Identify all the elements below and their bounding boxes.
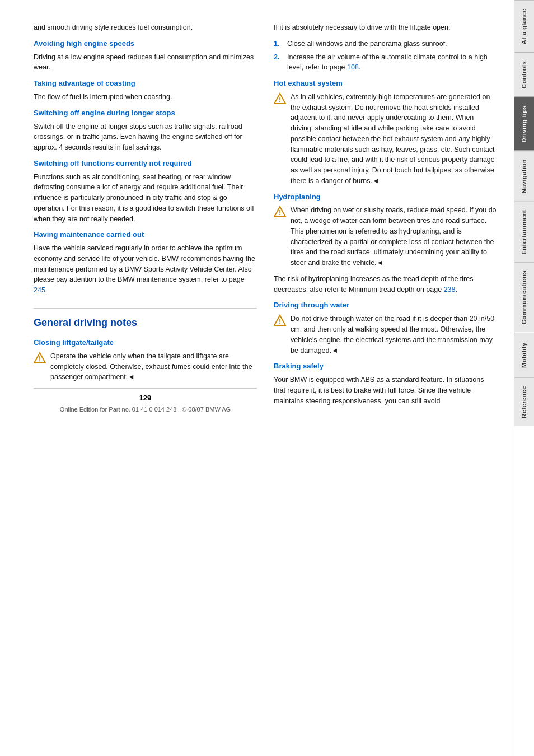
section-driving-through-water: Driving through water ! Do not drive thr…: [274, 300, 497, 356]
warning-closing-liftgate: ! Operate the vehicle only when the tail…: [34, 351, 257, 382]
warning-hot-exhaust: ! As in all vehicles, extremely high tem…: [274, 92, 497, 186]
svg-text:!: !: [279, 318, 281, 325]
heading-switching-off-functions: Switching off functions currently not re…: [34, 158, 257, 169]
tab-navigation[interactable]: Navigation: [514, 151, 534, 201]
body-braking-safely: Your BMW is equipped with ABS as a stand…: [274, 375, 497, 406]
warning-icon-water: !: [274, 314, 286, 326]
liftgate-step-1: 1. Close all windows and the panorama gl…: [274, 39, 497, 49]
svg-text:!: !: [39, 355, 41, 363]
page-number: 129: [34, 393, 257, 404]
left-column: and smooth driving style reduces fuel co…: [34, 22, 257, 734]
right-column: If it is absolutely necessary to drive w…: [274, 22, 497, 734]
heading-braking-safely: Braking safely: [274, 361, 497, 372]
section-taking-advantage-of-coasting: Taking advantage of coasting The flow of…: [34, 78, 257, 102]
section-switching-off-engine: Switching off engine during longer stops…: [34, 108, 257, 153]
heading-maintenance: Having maintenance carried out: [34, 230, 257, 240]
section-hot-exhaust-system: Hot exhaust system ! As in all vehicles,…: [274, 78, 497, 186]
sidebar-tabs: At a glance Controls Driving tips Naviga…: [514, 0, 534, 756]
tab-mobility[interactable]: Mobility: [514, 333, 534, 377]
tab-driving-tips[interactable]: Driving tips: [514, 97, 534, 151]
svg-text:!: !: [279, 96, 281, 104]
body-avoiding-high-engine-speeds: Driving at a low engine speed reduces fu…: [34, 52, 257, 73]
tab-entertainment[interactable]: Entertainment: [514, 201, 534, 262]
body-taking-advantage-of-coasting: The flow of fuel is interrupted when coa…: [34, 92, 257, 102]
general-driving-notes-title: General driving notes: [34, 308, 257, 330]
page-ref-245[interactable]: 245: [34, 286, 45, 294]
general-driving-notes-section: General driving notes Closing liftgate/t…: [34, 308, 257, 382]
heading-hot-exhaust-system: Hot exhaust system: [274, 78, 497, 89]
heading-driving-through-water: Driving through water: [274, 300, 497, 311]
page-ref-108[interactable]: 108: [347, 63, 359, 71]
step-number-2: 2.: [274, 52, 283, 73]
warning-icon-liftgate: !: [34, 352, 46, 364]
tab-reference[interactable]: Reference: [514, 377, 534, 426]
body-hydroplaning-1: When driving on wet or slushy roads, red…: [291, 205, 497, 268]
body-hydroplaning-2: The risk of hydroplaning increases as th…: [274, 274, 497, 295]
heading-avoiding-high-engine-speeds: Avoiding high engine speeds: [34, 39, 257, 49]
page-ref-238[interactable]: 238: [444, 286, 456, 293]
section-hydroplaning: Hydroplaning ! When driving on wet or sl…: [274, 192, 497, 295]
main-content: and smooth driving style reduces fuel co…: [0, 0, 514, 756]
tab-at-a-glance[interactable]: At a glance: [514, 0, 534, 52]
step-text-2: Increase the air volume of the automatic…: [287, 52, 497, 73]
warning-icon-hydroplaning: !: [274, 206, 286, 218]
footer-text: Online Edition for Part no. 01 41 0 014 …: [60, 406, 231, 413]
body-switching-off-engine: Switch off the engine at longer stops su…: [34, 122, 257, 153]
warning-driving-through-water: ! Do not drive through water on the road…: [274, 314, 497, 356]
section-avoiding-high-engine-speeds: Avoiding high engine speeds Driving at a…: [34, 39, 257, 73]
heading-hydroplaning: Hydroplaning: [274, 192, 497, 203]
page-wrapper: and smooth driving style reduces fuel co…: [0, 0, 534, 756]
body-maintenance: Have the vehicle serviced regularly in o…: [34, 243, 257, 296]
tab-communications[interactable]: Communications: [514, 262, 534, 332]
heading-taking-advantage-of-coasting: Taking advantage of coasting: [34, 78, 257, 89]
tab-controls[interactable]: Controls: [514, 52, 534, 97]
section-braking-safely: Braking safely Your BMW is equipped with…: [274, 361, 497, 406]
content-columns: and smooth driving style reduces fuel co…: [34, 22, 497, 734]
body-driving-through-water: Do not drive through water on the road i…: [291, 314, 497, 356]
intro-text: and smooth driving style reduces fuel co…: [34, 22, 257, 33]
warning-icon-hot-exhaust: !: [274, 92, 286, 105]
heading-closing-liftgate: Closing liftgate/tailgate: [34, 338, 257, 348]
step-text-1: Close all windows and the panorama glass…: [287, 39, 447, 49]
heading-switching-off-engine: Switching off engine during longer stops: [34, 108, 257, 119]
liftgate-step-2: 2. Increase the air volume of the automa…: [274, 52, 497, 73]
page-footer: 129 Online Edition for Part no. 01 41 0 …: [34, 388, 257, 419]
section-switching-off-functions: Switching off functions currently not re…: [34, 158, 257, 225]
step-number-1: 1.: [274, 39, 283, 49]
section-maintenance: Having maintenance carried out Have the …: [34, 230, 257, 296]
warning-hydroplaning: ! When driving on wet or slushy roads, r…: [274, 205, 497, 268]
body-hot-exhaust: As in all vehicles, extremely high tempe…: [291, 92, 497, 186]
body-switching-off-functions: Functions such as air conditioning, seat…: [34, 172, 257, 225]
liftgate-intro: If it is absolutely necessary to drive w…: [274, 22, 497, 33]
liftgate-steps-list: 1. Close all windows and the panorama gl…: [274, 39, 497, 73]
body-closing-liftgate: Operate the vehicle only when the tailga…: [50, 351, 257, 382]
svg-text:!: !: [279, 209, 281, 217]
